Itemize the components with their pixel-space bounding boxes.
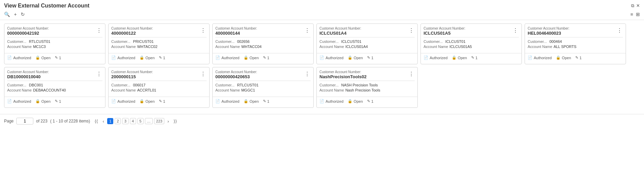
account-number: 0000000042192 (7, 31, 49, 36)
customer-label: Customer... (111, 83, 132, 87)
card-body: Customer... DBC001 Account Name DEBAACCO… (4, 81, 105, 95)
status-open: 🔒 Open (139, 99, 155, 103)
customer-row: Customer... RTLCUST01 (215, 83, 311, 87)
customer-row: Customer... ICLCUST01 (424, 39, 519, 44)
account-label: Customer Account Number: (111, 70, 153, 74)
account-name-value: DEBAACCOUNT40 (33, 88, 66, 92)
card-menu-button[interactable]: ⋮ (304, 70, 311, 78)
customer-value: 006017 (133, 83, 146, 87)
account-name-row: Account Name WHTACC04 (215, 45, 311, 49)
page-ellipsis: … (145, 118, 153, 124)
account-number: 4000000144 (215, 31, 257, 36)
account-name-label: Account Name (111, 88, 136, 92)
account-name-row: Account Name MC1C3 (7, 45, 102, 49)
authorized-icon: 📄 (528, 55, 532, 60)
status-authorized: 📄 Authorized (424, 55, 448, 60)
card-menu-button[interactable]: ⋮ (96, 70, 102, 78)
refresh-icon[interactable]: ↻ (21, 12, 25, 17)
card-body: Customer... ICLCUST01 Account Name ICLCU… (317, 37, 417, 52)
card-header: Customer Account Number: HEL0046400023 ⋮ (525, 24, 626, 37)
grid-view-icon[interactable]: ⊞ (636, 12, 640, 17)
first-page-button[interactable]: ⟨⟨ (93, 118, 100, 125)
card-menu-button[interactable]: ⋮ (200, 27, 207, 34)
account-name-label: Account Name (528, 45, 552, 49)
edit-icon: ✎ (471, 55, 474, 60)
customer-label: Customer... (111, 39, 132, 44)
status-count: ✎ 1 (367, 99, 374, 103)
status-authorized: 📄 Authorized (319, 99, 344, 103)
card-0-2: Customer Account Number: 4000000144 ⋮ Cu… (212, 23, 314, 64)
open-icon: 🔒 (139, 99, 144, 103)
account-name-value: ACCRTL01 (137, 88, 156, 92)
customer-label: Customer... (7, 83, 28, 87)
account-name-value: MC1C3 (33, 45, 46, 49)
customer-label: Customer... (528, 39, 548, 44)
customer-label: Customer... (319, 39, 340, 44)
prev-page-button[interactable]: ‹ (101, 118, 106, 125)
list-view-icon[interactable]: ≡ (630, 12, 633, 17)
count-value: 1 (163, 56, 165, 60)
card-footer: 📄 Authorized 🔒 Open ✎ 1 (109, 53, 209, 62)
open-label: Open (42, 99, 51, 103)
cards-row-1: Customer Account Number: 0000000042192 ⋮… (4, 23, 640, 64)
page-4-button[interactable]: 4 (130, 118, 136, 124)
page-3-button[interactable]: 3 (122, 118, 128, 124)
count-value: 1 (267, 56, 269, 60)
open-label: Open (250, 56, 259, 60)
account-label: Customer Account Number: (215, 27, 257, 30)
account-label: Customer Account Number: (528, 27, 569, 30)
card-menu-button[interactable]: ⋮ (512, 27, 519, 34)
authorized-label: Authorized (430, 56, 448, 60)
authorized-icon: 📄 (7, 99, 12, 103)
page-223-button[interactable]: 223 (154, 118, 164, 124)
edit-icon: ✎ (159, 55, 162, 60)
card-body: Customer... 000464 Account Name ALL SPOR… (525, 37, 626, 52)
restore-button[interactable]: ⧉ (631, 3, 634, 9)
card-menu-button[interactable]: ⋮ (408, 70, 415, 78)
close-button[interactable]: ✕ (636, 3, 640, 9)
account-name-label: Account Name (424, 45, 448, 49)
count-value: 1 (476, 56, 478, 60)
account-number: 2000000115 (111, 74, 153, 79)
account-number: DB10000010040 (7, 74, 49, 79)
status-open: 🔒 Open (348, 99, 363, 103)
status-authorized: 📄 Authorized (7, 99, 31, 103)
edit-icon: ✎ (367, 55, 370, 60)
search-icon[interactable]: 🔍 (4, 12, 10, 17)
edit-icon: ✎ (55, 99, 58, 103)
card-menu-button[interactable]: ⋮ (408, 27, 415, 34)
last-page-button[interactable]: ⟩⟩ (172, 118, 179, 125)
customer-row: Customer... 006017 (111, 83, 207, 87)
card-header: Customer Account Number: 2000000115 ⋮ (109, 67, 209, 81)
edit-icon: ✎ (263, 55, 266, 60)
page-5-button[interactable]: 5 (137, 118, 144, 124)
authorized-label: Authorized (221, 56, 240, 60)
card-menu-button[interactable]: ⋮ (200, 70, 207, 78)
customer-row: Customer... 002656 (215, 39, 311, 44)
customer-row: Customer... NASH Precision Tools (319, 83, 415, 87)
account-name-value: MGGC1 (241, 88, 255, 92)
account-name-label: Account Name (319, 88, 344, 92)
pagination: Page of 223 ( 1 - 10 of 2228 items) ⟨⟨‹1… (0, 114, 644, 128)
open-icon: 🔒 (348, 99, 352, 103)
page-title: View External Customer Account (4, 3, 89, 9)
card-footer: 📄 Authorized 🔒 Open ✎ 1 (4, 53, 105, 62)
card-menu-button[interactable]: ⋮ (616, 27, 623, 34)
card-header: Customer Account Number: DB10000010040 ⋮ (4, 67, 105, 81)
next-page-button[interactable]: › (166, 118, 170, 125)
card-menu-button[interactable]: ⋮ (96, 27, 102, 34)
add-icon[interactable]: + (14, 12, 17, 17)
page-2-button[interactable]: 2 (115, 118, 121, 124)
page-input[interactable] (16, 118, 33, 125)
account-number: NashPrecisionTools02 (319, 74, 366, 79)
authorized-icon: 📄 (215, 99, 220, 103)
customer-value: RTLCUST01 (237, 83, 259, 87)
page-1-button[interactable]: 1 (107, 118, 113, 124)
authorized-label: Authorized (13, 99, 31, 103)
open-icon: 🔒 (35, 55, 40, 60)
authorized-icon: 📄 (424, 55, 428, 60)
status-authorized: 📄 Authorized (319, 55, 344, 60)
card-menu-button[interactable]: ⋮ (304, 27, 311, 34)
page-info: ( 1 - 10 of 2228 items) (50, 119, 90, 123)
customer-value: PRICUST01 (133, 39, 154, 44)
